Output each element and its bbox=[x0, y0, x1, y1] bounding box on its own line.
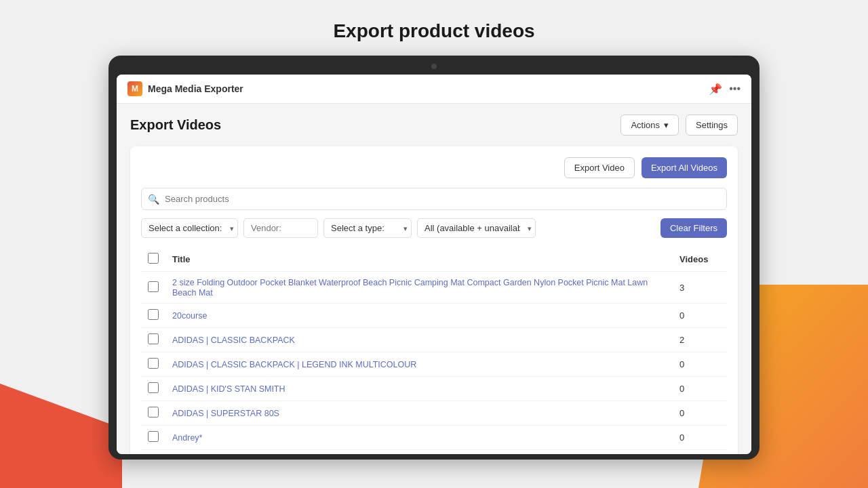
clear-filters-label: Clear Filters bbox=[670, 223, 717, 233]
row-checkbox-0[interactable] bbox=[148, 281, 159, 292]
row-checkbox-6[interactable] bbox=[148, 431, 159, 442]
row-checkbox-cell-6 bbox=[141, 426, 165, 450]
bg-decoration-red bbox=[0, 339, 122, 488]
row-title-cell-3: ADIDAS | CLASSIC BACKPACK | LEGEND INK M… bbox=[165, 352, 673, 377]
product-link-1[interactable]: 20course bbox=[172, 311, 207, 321]
table-row: 2 size Folding Outdoor Pocket Blanket Wa… bbox=[141, 272, 727, 304]
products-table: Title Videos 2 size Folding Outdoor Pock… bbox=[141, 247, 727, 454]
app-logo: M bbox=[127, 81, 142, 96]
vendor-filter[interactable] bbox=[243, 218, 318, 238]
page-title: Export product videos bbox=[0, 0, 868, 56]
product-link-0[interactable]: 2 size Folding Outdoor Pocket Blanket Wa… bbox=[172, 278, 648, 298]
product-link-4[interactable]: ADIDAS | KID'S STAN SMITH bbox=[172, 384, 285, 394]
row-title-cell-1: 20course bbox=[165, 304, 673, 328]
row-checkbox-cell-3 bbox=[141, 352, 165, 377]
row-videos-cell-2: 2 bbox=[673, 328, 727, 352]
row-checkbox-cell-7 bbox=[141, 450, 165, 455]
row-title-cell-2: ADIDAS | CLASSIC BACKPACK bbox=[165, 328, 673, 352]
row-checkbox-2[interactable] bbox=[148, 333, 159, 344]
page-header-row: Export Videos Actions ▾ Settings bbox=[130, 115, 738, 136]
product-link-5[interactable]: ADIDAS | SUPERSTAR 80S bbox=[172, 409, 279, 418]
row-videos-cell-1: 0 bbox=[673, 304, 727, 328]
settings-button[interactable]: Settings bbox=[686, 115, 738, 136]
table-row: Andrey* 0 bbox=[141, 426, 727, 450]
export-all-label: Export All Videos bbox=[651, 163, 717, 173]
type-filter-wrap: Select a type: bbox=[323, 218, 412, 238]
tablet-camera bbox=[431, 64, 437, 69]
th-select-all bbox=[141, 247, 165, 272]
table-row: 20course 0 bbox=[141, 304, 727, 328]
row-checkbox-cell-5 bbox=[141, 401, 165, 426]
actions-chevron-icon: ▾ bbox=[664, 120, 669, 130]
app-header-left: M Mega Media Exporter bbox=[127, 81, 243, 96]
header-buttons: Actions ▾ Settings bbox=[620, 115, 738, 136]
row-checkbox-cell-1 bbox=[141, 304, 165, 328]
table-header-row: Title Videos bbox=[141, 247, 727, 272]
row-title-cell-6: Andrey* bbox=[165, 426, 673, 450]
row-title-cell-5: ADIDAS | SUPERSTAR 80S bbox=[165, 401, 673, 426]
row-checkbox-1[interactable] bbox=[148, 309, 159, 320]
actions-label: Actions bbox=[631, 120, 660, 130]
row-checkbox-cell-4 bbox=[141, 377, 165, 401]
row-videos-cell-6: 0 bbox=[673, 426, 727, 450]
table-row: ADIDAS | SUPERSTAR 80S 0 bbox=[141, 401, 727, 426]
availability-filter-wrap: All (available + unavailable) bbox=[417, 218, 536, 238]
white-card: Export Video Export All Videos 🔍 Select bbox=[130, 146, 738, 454]
table-body: 2 size Folding Outdoor Pocket Blanket Wa… bbox=[141, 272, 727, 455]
export-buttons-row: Export Video Export All Videos bbox=[141, 157, 727, 178]
app-header: M Mega Media Exporter 📌 ••• bbox=[117, 75, 751, 104]
th-title: Title bbox=[165, 247, 673, 272]
app-logo-letter: M bbox=[132, 84, 138, 94]
product-link-2[interactable]: ADIDAS | CLASSIC BACKPACK bbox=[172, 336, 295, 345]
row-title-cell-4: ADIDAS | KID'S STAN SMITH bbox=[165, 377, 673, 401]
search-bar: 🔍 bbox=[141, 188, 727, 210]
tablet-screen: M Mega Media Exporter 📌 ••• Export Video… bbox=[117, 75, 751, 454]
export-videos-title: Export Videos bbox=[130, 117, 221, 133]
row-videos-cell-4: 0 bbox=[673, 377, 727, 401]
th-videos: Videos bbox=[673, 247, 727, 272]
table-row: ADIDAS | CLASSIC BACKPACK | LEGEND INK M… bbox=[141, 352, 727, 377]
tablet-frame: M Mega Media Exporter 📌 ••• Export Video… bbox=[108, 56, 760, 460]
export-video-label: Export Video bbox=[574, 163, 625, 173]
type-filter[interactable]: Select a type: bbox=[323, 218, 412, 238]
table-row: Anton test 0 bbox=[141, 450, 727, 455]
pin-icon[interactable]: 📌 bbox=[709, 83, 722, 96]
row-title-cell-7: Anton test bbox=[165, 450, 673, 455]
row-videos-cell-3: 0 bbox=[673, 352, 727, 377]
content-area: Export Videos Actions ▾ Settings Expor bbox=[117, 104, 751, 454]
app-name-label: Mega Media Exporter bbox=[148, 83, 243, 94]
select-all-checkbox[interactable] bbox=[148, 253, 159, 264]
export-all-videos-button[interactable]: Export All Videos bbox=[642, 157, 727, 178]
table-row: ADIDAS | CLASSIC BACKPACK 2 bbox=[141, 328, 727, 352]
row-checkbox-cell-2 bbox=[141, 328, 165, 352]
app-header-right: 📌 ••• bbox=[709, 83, 741, 96]
collection-filter-wrap: Select a collection: bbox=[141, 218, 238, 238]
row-videos-cell-7: 0 bbox=[673, 450, 727, 455]
row-videos-cell-5: 0 bbox=[673, 401, 727, 426]
row-checkbox-cell-0 bbox=[141, 272, 165, 304]
settings-label: Settings bbox=[696, 120, 728, 130]
table-row: ADIDAS | KID'S STAN SMITH 0 bbox=[141, 377, 727, 401]
export-video-button[interactable]: Export Video bbox=[564, 157, 635, 178]
actions-button[interactable]: Actions ▾ bbox=[620, 115, 679, 136]
more-icon[interactable]: ••• bbox=[729, 83, 741, 95]
filters-row: Select a collection: Select a type: All … bbox=[141, 218, 727, 238]
row-checkbox-5[interactable] bbox=[148, 407, 159, 418]
search-icon: 🔍 bbox=[148, 194, 159, 205]
th-title-label: Title bbox=[172, 254, 191, 264]
th-videos-label: Videos bbox=[679, 254, 708, 264]
availability-filter[interactable]: All (available + unavailable) bbox=[417, 218, 536, 238]
row-title-cell-0: 2 size Folding Outdoor Pocket Blanket Wa… bbox=[165, 272, 673, 304]
row-videos-cell-0: 3 bbox=[673, 272, 727, 304]
row-checkbox-4[interactable] bbox=[148, 382, 159, 393]
clear-filters-button[interactable]: Clear Filters bbox=[660, 218, 727, 238]
product-link-6[interactable]: Andrey* bbox=[172, 433, 202, 443]
collection-filter[interactable]: Select a collection: bbox=[141, 218, 238, 238]
product-link-3[interactable]: ADIDAS | CLASSIC BACKPACK | LEGEND INK M… bbox=[172, 360, 416, 369]
search-input[interactable] bbox=[141, 188, 727, 210]
row-checkbox-3[interactable] bbox=[148, 358, 159, 369]
